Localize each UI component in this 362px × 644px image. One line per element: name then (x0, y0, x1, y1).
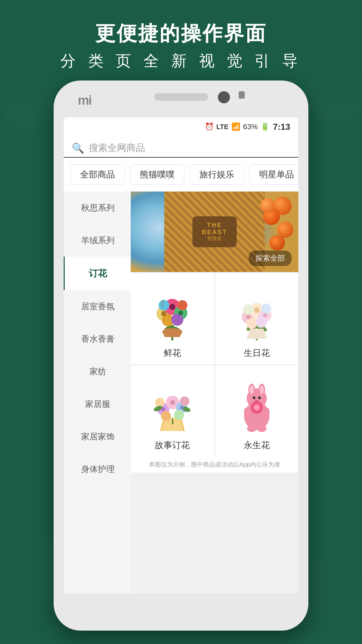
header-title: 更便捷的操作界面 (0, 20, 362, 47)
svg-point-15 (171, 314, 183, 326)
svg-point-31 (243, 304, 254, 315)
product-card-fresh[interactable]: 鲜花 (131, 273, 214, 364)
brand-label-box: THEBEAST 野营派 (192, 216, 237, 247)
svg-point-1 (3, 104, 37, 138)
fruit-4 (260, 198, 275, 213)
svg-point-30 (255, 316, 267, 328)
sidebar-item-loungewear[interactable]: 家居服 (64, 388, 131, 420)
svg-point-60 (258, 396, 261, 399)
footer-disclaimer: 本图仅为示例，图中商品或活动以App内公乐为准 (131, 457, 298, 473)
svg-point-51 (170, 400, 175, 405)
product-image-eternal (215, 366, 298, 436)
search-input[interactable]: 搜索全网商品 (89, 142, 145, 154)
product-name-event: 故事订花 (155, 439, 190, 451)
product-image-birthday (215, 273, 298, 344)
svg-point-35 (263, 313, 267, 317)
svg-point-33 (246, 315, 251, 319)
product-name-fresh: 鲜花 (164, 347, 181, 359)
tab-panda[interactable]: 熊猫噗噗 (130, 164, 184, 185)
svg-point-32 (261, 304, 271, 314)
svg-point-20 (178, 311, 183, 315)
banner[interactable]: THEBEAST 野营派 探索全部 (131, 192, 298, 272)
status-bar: ⏰ LTE 📶 63% 🔋 7:13 (64, 117, 298, 136)
svg-point-68 (257, 425, 266, 432)
svg-point-34 (254, 308, 259, 313)
search-bar[interactable]: 🔍 搜索全网商品 (64, 136, 298, 158)
search-icon: 🔍 (72, 142, 84, 154)
svg-point-47 (180, 396, 189, 406)
svg-point-58 (260, 385, 264, 394)
content-wrapper: 秋思系列 羊绒系列 订花 居室香氛 香水香膏 家纺 家居服 家居家饰 身体护理 (64, 192, 298, 594)
product-name-birthday: 生日花 (244, 347, 270, 359)
sidebar-item-flowers[interactable]: 订花 (64, 257, 131, 290)
sidebar-item-bodycare[interactable]: 身体护理 (64, 453, 131, 485)
product-name-eternal: 永生花 (244, 439, 270, 451)
lte-icon: LTE (217, 123, 229, 131)
phone-speaker (154, 93, 208, 101)
flower-svg-event (146, 369, 198, 433)
svg-point-3 (323, 99, 360, 136)
svg-point-59 (253, 396, 255, 399)
alarm-icon: ⏰ (205, 122, 214, 131)
svg-point-16 (159, 300, 169, 311)
sidebar-item-textile[interactable]: 家纺 (64, 355, 131, 388)
tab-celebrity[interactable]: 明星单品 (249, 164, 298, 185)
tab-all[interactable]: 全部商品 (70, 164, 125, 185)
right-content: THEBEAST 野营派 探索全部 (131, 192, 298, 594)
svg-point-66 (254, 405, 259, 410)
signal-icon: 📶 (231, 122, 240, 131)
sidebar-item-perfume[interactable]: 香水香膏 (64, 323, 131, 355)
product-grid: 鲜花 (131, 273, 298, 457)
svg-point-45 (174, 410, 184, 420)
sidebar-item-cashmere[interactable]: 羊绒系列 (64, 224, 131, 257)
sidebar-item-homedeco[interactable]: 家居家饰 (64, 420, 131, 453)
flower-svg-fresh (144, 277, 201, 340)
sidebar-item-qiusi[interactable]: 秋思系列 (64, 192, 131, 224)
product-image-fresh (131, 273, 214, 344)
phone-sensor (218, 91, 230, 103)
product-card-event[interactable]: 故事订花 (131, 366, 214, 457)
header-section: 更便捷的操作界面 分 类 页 全 新 视 觉 引 导 (0, 20, 362, 71)
explore-button[interactable]: 探索全部 (249, 251, 292, 266)
svg-rect-10 (164, 329, 181, 337)
phone-mockup: mi ⏰ LTE 📶 63% 🔋 7:13 🔍 搜索全网 (54, 80, 308, 631)
product-image-event (131, 366, 214, 436)
phone-screen: ⏰ LTE 📶 63% 🔋 7:13 🔍 搜索全网商品 全部商品 熊猫噗噗 (64, 117, 298, 594)
battery-percent: 63% (243, 122, 258, 131)
flower-svg-eternal (235, 369, 279, 433)
svg-point-50 (161, 407, 165, 411)
product-card-eternal[interactable]: 永生花 (215, 366, 298, 457)
category-tabs: 全部商品 熊猫噗噗 旅行娱乐 明星单品 (64, 158, 298, 192)
svg-point-46 (155, 398, 165, 407)
phone-body: mi ⏰ LTE 📶 63% 🔋 7:13 🔍 搜索全网 (54, 80, 308, 631)
svg-marker-36 (247, 329, 267, 339)
svg-point-0 (0, 74, 54, 127)
left-sidebar: 秋思系列 羊绒系列 订花 居室香氛 香水香膏 家纺 家居服 家居家饰 身体护理 (64, 192, 131, 594)
sidebar-item-fragrance[interactable]: 居室香氛 (64, 290, 131, 323)
svg-point-44 (161, 411, 171, 421)
mi-logo: mi (78, 93, 91, 108)
svg-point-67 (247, 425, 256, 432)
svg-point-2 (305, 64, 362, 124)
front-camera (239, 91, 245, 99)
brand-label-cn: 野营派 (202, 236, 227, 242)
status-time: 7:13 (273, 122, 290, 132)
flower-svg-birthday (230, 277, 284, 340)
header-subtitle: 分 类 页 全 新 视 觉 引 导 (0, 51, 362, 71)
fruit-5 (269, 235, 285, 251)
tab-travel[interactable]: 旅行娱乐 (190, 164, 244, 185)
svg-point-18 (161, 311, 167, 316)
svg-point-52 (180, 406, 184, 410)
status-icons: ⏰ LTE 📶 63% 🔋 (205, 122, 269, 131)
svg-point-57 (250, 385, 254, 394)
product-card-birthday[interactable]: 生日花 (215, 273, 298, 364)
brand-label-en: THEBEAST (202, 222, 227, 236)
svg-point-19 (169, 304, 175, 310)
battery-icon: 🔋 (260, 122, 269, 131)
